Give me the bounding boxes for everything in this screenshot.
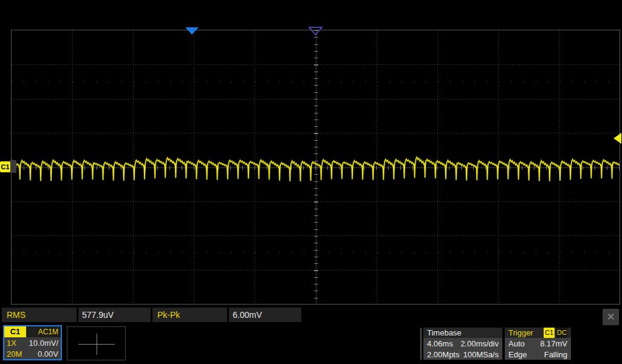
channel1-offset-row: 20M 0.00V xyxy=(4,348,61,359)
trigger-source-badge: C1 xyxy=(544,328,555,338)
channel1-coupling: AC1M xyxy=(26,326,61,337)
timebase-body: 4.06ms 2.00ms/div 2.00Mpts 100MSa/s xyxy=(423,338,502,360)
bottom-bar-divider xyxy=(420,328,422,360)
timebase-descriptor-box[interactable]: Timebase 4.06ms 2.00ms/div 2.00Mpts 100M… xyxy=(423,328,502,360)
measurement-2-value[interactable]: 6.00mV xyxy=(229,308,301,322)
timebase-row-1: 4.06ms 2.00ms/div xyxy=(423,338,502,349)
trigger-source-coupling: C1 DC xyxy=(544,328,567,338)
trigger-delay-zero-marker-icon[interactable] xyxy=(308,27,324,36)
channel1-descriptor-header: C1 AC1M xyxy=(4,326,61,337)
waveform-grid[interactable] xyxy=(11,30,620,305)
timebase-scale: 2.00ms/div xyxy=(460,339,499,348)
timebase-delay: 4.06ms xyxy=(427,339,453,348)
channel1-offset-marker[interactable]: C1 xyxy=(0,161,10,172)
trigger-header: Trigger C1 DC xyxy=(505,328,571,338)
grid-line xyxy=(12,166,620,170)
measurement-2-label[interactable]: Pk-Pk xyxy=(152,308,227,322)
trigger-row-1: Auto 8.17mV xyxy=(505,338,571,349)
measurement-bar: RMS 577.9uV Pk-Pk 6.00mV xyxy=(2,308,303,322)
grid-line xyxy=(12,252,620,253)
trigger-slope: Falling xyxy=(544,350,567,359)
trigger-descriptor-box[interactable]: Trigger C1 DC Auto 8.17mV Edge Falling xyxy=(505,328,571,360)
trigger-body: Auto 8.17mV Edge Falling xyxy=(505,338,571,360)
oscilloscope-screen: C1 RMS 577.9uV Pk-Pk 6.00mV ✕ C1 AC1M 1X… xyxy=(0,0,622,364)
close-measurements-button[interactable]: ✕ xyxy=(603,309,619,325)
channel1-volts-per-div: 10.0mV/ xyxy=(29,339,58,348)
measurement-1-label[interactable]: RMS xyxy=(2,308,77,322)
trigger-mode: Auto xyxy=(508,339,525,348)
trigger-level-arrow-icon[interactable] xyxy=(613,133,621,144)
channel1-name-badge: C1 xyxy=(4,326,26,337)
channel1-probe: 1X xyxy=(7,339,16,348)
timebase-header: Timebase xyxy=(423,328,502,338)
timebase-sample-rate: 100MSa/s xyxy=(463,350,499,359)
channel1-offset-marker-back xyxy=(10,160,16,173)
timebase-title: Timebase xyxy=(427,328,462,338)
grid-line xyxy=(12,82,620,83)
timebase-row-2: 2.00Mpts 100MSa/s xyxy=(423,349,502,360)
trigger-position-marker-icon[interactable] xyxy=(185,27,199,35)
trigger-row-2: Edge Falling xyxy=(505,349,571,360)
add-channel-placeholder[interactable] xyxy=(67,326,126,360)
channel1-offset-value: 0.00V xyxy=(38,349,58,359)
trigger-coupling: DC xyxy=(556,328,567,338)
trigger-title: Trigger xyxy=(508,328,533,338)
timebase-memory: 2.00Mpts xyxy=(427,350,459,359)
channel1-bandwidth: 20M xyxy=(7,349,22,359)
trigger-type: Edge xyxy=(508,350,527,359)
measurement-1-value[interactable]: 577.9uV xyxy=(78,308,151,322)
plus-icon xyxy=(97,334,97,355)
channel1-descriptor-box[interactable]: C1 AC1M 1X 10.0mV/ 20M 0.00V xyxy=(3,325,62,360)
trigger-level: 8.17mV xyxy=(540,339,567,348)
channel1-scale-row: 1X 10.0mV/ xyxy=(4,337,61,348)
